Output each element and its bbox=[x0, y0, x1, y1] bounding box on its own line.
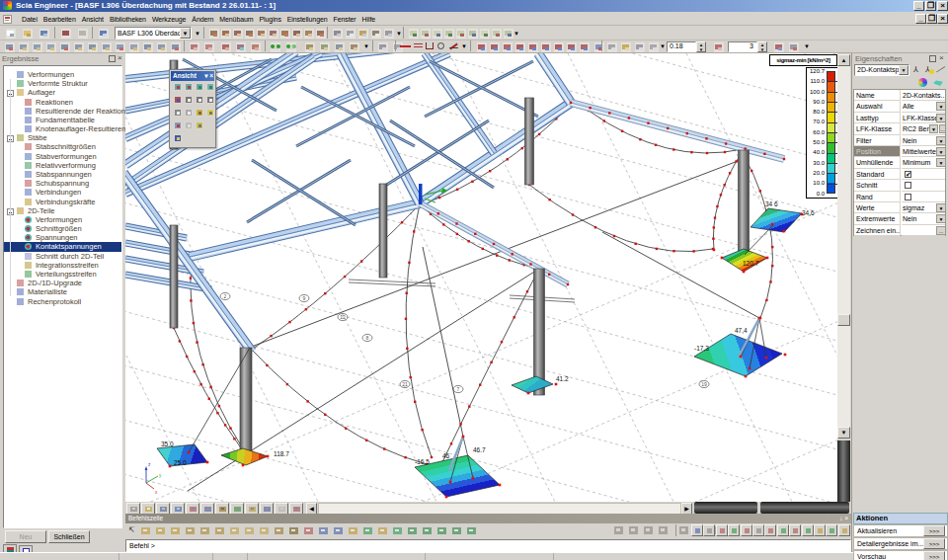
svg-text:19: 19 bbox=[701, 381, 707, 387]
svg-text:21: 21 bbox=[402, 381, 408, 387]
svg-text:8: 8 bbox=[366, 335, 369, 341]
svg-text:y: y bbox=[159, 473, 162, 478]
svg-text:9: 9 bbox=[303, 295, 306, 301]
svg-text:x: x bbox=[155, 490, 158, 495]
svg-text:7: 7 bbox=[457, 386, 460, 392]
svg-text:2: 2 bbox=[224, 293, 227, 299]
svg-text:z: z bbox=[148, 462, 151, 467]
svg-text:12: 12 bbox=[340, 314, 346, 320]
